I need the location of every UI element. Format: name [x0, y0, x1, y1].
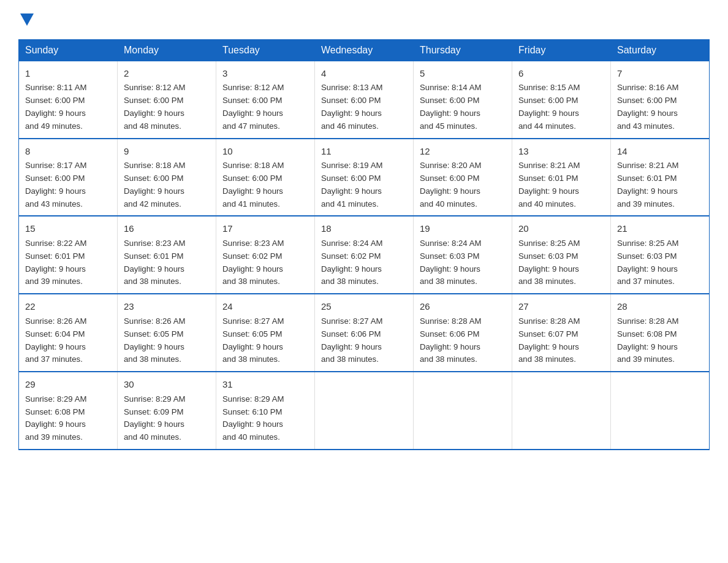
- calendar-day-13: 13Sunrise: 8:21 AMSunset: 6:01 PMDayligh…: [512, 139, 611, 216]
- day-info: Sunrise: 8:16 AMSunset: 6:00 PMDaylight:…: [617, 83, 678, 131]
- day-number: 18: [321, 221, 407, 236]
- calendar-day-1: 1Sunrise: 8:11 AMSunset: 6:00 PMDaylight…: [19, 61, 118, 138]
- svg-marker-0: [20, 13, 34, 26]
- calendar-day-3: 3Sunrise: 8:12 AMSunset: 6:00 PMDaylight…: [216, 61, 315, 138]
- calendar-day-31: 31Sunrise: 8:29 AMSunset: 6:10 PMDayligh…: [216, 372, 315, 450]
- day-info: Sunrise: 8:24 AMSunset: 6:03 PMDaylight:…: [420, 239, 481, 286]
- day-number: 30: [124, 377, 210, 391]
- day-number: 4: [321, 66, 407, 80]
- day-number: 8: [25, 144, 111, 158]
- day-info: Sunrise: 8:24 AMSunset: 6:02 PMDaylight:…: [321, 239, 382, 286]
- day-number: 21: [617, 221, 703, 236]
- day-info: Sunrise: 8:28 AMSunset: 6:06 PMDaylight:…: [420, 316, 481, 364]
- day-info: Sunrise: 8:26 AMSunset: 6:05 PMDaylight:…: [124, 316, 185, 364]
- calendar-empty-cell: [512, 372, 611, 450]
- day-info: Sunrise: 8:13 AMSunset: 6:00 PMDaylight:…: [321, 83, 382, 131]
- calendar-table: SundayMondayTuesdayWednesdayThursdayFrid…: [18, 39, 710, 451]
- day-number: 10: [222, 144, 308, 158]
- calendar-week-1: 1Sunrise: 8:11 AMSunset: 6:00 PMDaylight…: [19, 61, 710, 138]
- day-number: 22: [25, 299, 111, 313]
- day-info: Sunrise: 8:25 AMSunset: 6:03 PMDaylight:…: [617, 239, 678, 286]
- calendar-body: 1Sunrise: 8:11 AMSunset: 6:00 PMDaylight…: [19, 61, 710, 450]
- day-number: 20: [518, 221, 604, 236]
- calendar-day-18: 18Sunrise: 8:24 AMSunset: 6:02 PMDayligh…: [315, 216, 414, 294]
- day-info: Sunrise: 8:22 AMSunset: 6:01 PMDaylight:…: [25, 239, 86, 286]
- day-number: 7: [617, 66, 703, 80]
- calendar-day-20: 20Sunrise: 8:25 AMSunset: 6:03 PMDayligh…: [512, 216, 611, 294]
- day-info: Sunrise: 8:11 AMSunset: 6:00 PMDaylight:…: [25, 83, 86, 131]
- day-number: 16: [124, 221, 210, 236]
- header-thursday: Thursday: [414, 39, 512, 61]
- day-info: Sunrise: 8:28 AMSunset: 6:07 PMDaylight:…: [518, 316, 580, 364]
- day-info: Sunrise: 8:18 AMSunset: 6:00 PMDaylight:…: [222, 161, 284, 209]
- logo-arrow-icon: [20, 13, 34, 28]
- header-sunday: Sunday: [19, 39, 118, 61]
- calendar-day-2: 2Sunrise: 8:12 AMSunset: 6:00 PMDaylight…: [118, 61, 216, 138]
- calendar-day-24: 24Sunrise: 8:27 AMSunset: 6:05 PMDayligh…: [216, 294, 315, 372]
- day-info: Sunrise: 8:23 AMSunset: 6:02 PMDaylight:…: [222, 239, 284, 286]
- calendar-day-9: 9Sunrise: 8:18 AMSunset: 6:00 PMDaylight…: [118, 139, 216, 216]
- calendar-day-19: 19Sunrise: 8:24 AMSunset: 6:03 PMDayligh…: [414, 216, 512, 294]
- calendar-day-11: 11Sunrise: 8:19 AMSunset: 6:00 PMDayligh…: [315, 139, 414, 216]
- calendar-day-16: 16Sunrise: 8:23 AMSunset: 6:01 PMDayligh…: [118, 216, 216, 294]
- day-number: 2: [124, 66, 210, 80]
- calendar-day-12: 12Sunrise: 8:20 AMSunset: 6:00 PMDayligh…: [414, 139, 512, 216]
- day-number: 5: [420, 66, 506, 80]
- day-number: 28: [617, 299, 703, 313]
- day-number: 24: [222, 299, 308, 313]
- calendar-day-28: 28Sunrise: 8:28 AMSunset: 6:08 PMDayligh…: [611, 294, 710, 372]
- calendar-header-row: SundayMondayTuesdayWednesdayThursdayFrid…: [19, 39, 710, 61]
- day-info: Sunrise: 8:23 AMSunset: 6:01 PMDaylight:…: [124, 239, 185, 286]
- calendar-empty-cell: [414, 372, 512, 450]
- day-info: Sunrise: 8:12 AMSunset: 6:00 PMDaylight:…: [222, 83, 284, 131]
- day-number: 6: [518, 66, 604, 80]
- day-info: Sunrise: 8:25 AMSunset: 6:03 PMDaylight:…: [518, 239, 580, 286]
- calendar-day-14: 14Sunrise: 8:21 AMSunset: 6:01 PMDayligh…: [611, 139, 710, 216]
- calendar-empty-cell: [315, 372, 414, 450]
- logo: [18, 12, 34, 28]
- calendar-day-15: 15Sunrise: 8:22 AMSunset: 6:01 PMDayligh…: [19, 216, 118, 294]
- calendar-day-5: 5Sunrise: 8:14 AMSunset: 6:00 PMDaylight…: [414, 61, 512, 138]
- day-number: 11: [321, 144, 407, 158]
- day-info: Sunrise: 8:19 AMSunset: 6:00 PMDaylight:…: [321, 161, 382, 209]
- calendar-week-3: 15Sunrise: 8:22 AMSunset: 6:01 PMDayligh…: [19, 216, 710, 294]
- day-number: 27: [518, 299, 604, 313]
- calendar-day-30: 30Sunrise: 8:29 AMSunset: 6:09 PMDayligh…: [118, 372, 216, 450]
- day-info: Sunrise: 8:21 AMSunset: 6:01 PMDaylight:…: [518, 161, 580, 209]
- day-info: Sunrise: 8:29 AMSunset: 6:10 PMDaylight:…: [222, 394, 284, 442]
- calendar-day-21: 21Sunrise: 8:25 AMSunset: 6:03 PMDayligh…: [611, 216, 710, 294]
- day-number: 15: [25, 221, 111, 236]
- day-number: 29: [25, 377, 111, 391]
- day-number: 1: [25, 66, 111, 80]
- header-friday: Friday: [512, 39, 611, 61]
- header-saturday: Saturday: [611, 39, 710, 61]
- header-monday: Monday: [118, 39, 216, 61]
- day-number: 3: [222, 66, 308, 80]
- day-info: Sunrise: 8:29 AMSunset: 6:09 PMDaylight:…: [124, 394, 185, 442]
- day-info: Sunrise: 8:15 AMSunset: 6:00 PMDaylight:…: [518, 83, 580, 131]
- day-number: 31: [222, 377, 308, 391]
- calendar-day-4: 4Sunrise: 8:13 AMSunset: 6:00 PMDaylight…: [315, 61, 414, 138]
- day-info: Sunrise: 8:17 AMSunset: 6:00 PMDaylight:…: [25, 161, 86, 209]
- calendar-week-4: 22Sunrise: 8:26 AMSunset: 6:04 PMDayligh…: [19, 294, 710, 372]
- calendar-day-22: 22Sunrise: 8:26 AMSunset: 6:04 PMDayligh…: [19, 294, 118, 372]
- calendar-day-10: 10Sunrise: 8:18 AMSunset: 6:00 PMDayligh…: [216, 139, 315, 216]
- day-number: 14: [617, 144, 703, 158]
- day-number: 12: [420, 144, 506, 158]
- day-info: Sunrise: 8:27 AMSunset: 6:05 PMDaylight:…: [222, 316, 284, 364]
- page-header: [18, 12, 710, 28]
- day-info: Sunrise: 8:18 AMSunset: 6:00 PMDaylight:…: [124, 161, 185, 209]
- calendar-day-26: 26Sunrise: 8:28 AMSunset: 6:06 PMDayligh…: [414, 294, 512, 372]
- calendar-day-27: 27Sunrise: 8:28 AMSunset: 6:07 PMDayligh…: [512, 294, 611, 372]
- day-number: 25: [321, 299, 407, 313]
- day-number: 26: [420, 299, 506, 313]
- day-number: 13: [518, 144, 604, 158]
- calendar-week-5: 29Sunrise: 8:29 AMSunset: 6:08 PMDayligh…: [19, 372, 710, 450]
- day-number: 17: [222, 221, 308, 236]
- calendar-day-29: 29Sunrise: 8:29 AMSunset: 6:08 PMDayligh…: [19, 372, 118, 450]
- day-info: Sunrise: 8:27 AMSunset: 6:06 PMDaylight:…: [321, 316, 382, 364]
- calendar-day-6: 6Sunrise: 8:15 AMSunset: 6:00 PMDaylight…: [512, 61, 611, 138]
- day-info: Sunrise: 8:12 AMSunset: 6:00 PMDaylight:…: [124, 83, 185, 131]
- calendar-day-7: 7Sunrise: 8:16 AMSunset: 6:00 PMDaylight…: [611, 61, 710, 138]
- day-info: Sunrise: 8:20 AMSunset: 6:00 PMDaylight:…: [420, 161, 481, 209]
